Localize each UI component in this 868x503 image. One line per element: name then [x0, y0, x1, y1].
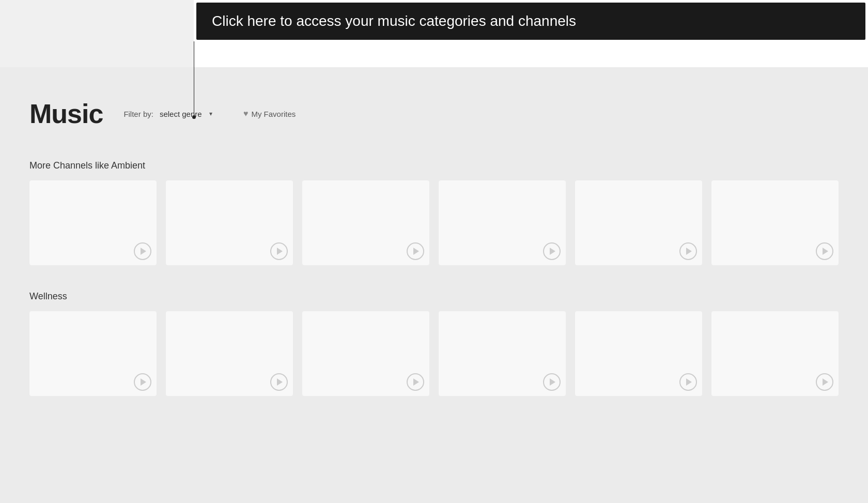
wellness-section: Wellness — [29, 291, 839, 396]
play-icon-4 — [550, 248, 555, 255]
tooltip-text: Click here to access your music categori… — [212, 13, 576, 29]
favorites-label: My Favorites — [251, 110, 296, 118]
tooltip-dot — [192, 115, 196, 119]
genre-select[interactable]: select genreAmbientClassicalJazzPopRockE… — [160, 110, 212, 118]
card-11[interactable] — [575, 311, 702, 396]
card-5[interactable] — [575, 180, 702, 265]
tooltip-line — [194, 41, 194, 118]
card-4[interactable] — [439, 180, 566, 265]
play-button-7[interactable] — [134, 373, 151, 391]
favorites-area[interactable]: ♥ My Favorites — [243, 109, 296, 118]
play-icon-10 — [550, 378, 555, 386]
ambient-section-title: More Channels like Ambient — [29, 160, 839, 171]
heart-icon: ♥ — [243, 109, 249, 118]
play-button-6[interactable] — [816, 242, 833, 260]
genre-select-wrapper[interactable]: select genreAmbientClassicalJazzPopRockE… — [160, 110, 212, 118]
play-button-9[interactable] — [407, 373, 424, 391]
play-button-4[interactable] — [543, 242, 561, 260]
play-icon-9 — [413, 378, 419, 386]
ambient-section: More Channels like Ambient — [29, 160, 839, 265]
card-9[interactable] — [302, 311, 429, 396]
play-icon-7 — [141, 378, 146, 386]
main-content: Music Filter by: select genreAmbientClas… — [0, 67, 868, 503]
ambient-cards-grid — [29, 180, 839, 265]
play-button-8[interactable] — [270, 373, 288, 391]
filter-label: Filter by: — [123, 110, 153, 118]
play-icon-3 — [413, 248, 419, 255]
play-icon-2 — [277, 248, 283, 255]
card-12[interactable] — [711, 311, 839, 396]
card-10[interactable] — [439, 311, 566, 396]
card-8[interactable] — [166, 311, 293, 396]
card-7[interactable] — [29, 311, 157, 396]
play-button-11[interactable] — [679, 373, 697, 391]
play-icon-6 — [823, 248, 828, 255]
play-icon-5 — [686, 248, 692, 255]
play-button-10[interactable] — [543, 373, 561, 391]
play-icon-1 — [141, 248, 146, 255]
tooltip-area: Click here to access your music categori… — [194, 0, 868, 67]
play-icon-8 — [277, 378, 283, 386]
play-icon-11 — [686, 378, 692, 386]
card-2[interactable] — [166, 180, 293, 265]
play-button-2[interactable] — [270, 242, 288, 260]
card-1[interactable] — [29, 180, 157, 265]
wellness-section-title: Wellness — [29, 291, 839, 302]
page-title: Music — [29, 98, 103, 129]
tooltip-box[interactable]: Click here to access your music categori… — [196, 3, 865, 40]
filter-area: Filter by: select genreAmbientClassicalJ… — [123, 110, 212, 118]
card-3[interactable] — [302, 180, 429, 265]
card-6[interactable] — [711, 180, 839, 265]
play-button-1[interactable] — [134, 242, 151, 260]
wellness-cards-grid — [29, 311, 839, 396]
play-button-3[interactable] — [407, 242, 424, 260]
play-button-5[interactable] — [679, 242, 697, 260]
play-button-12[interactable] — [816, 373, 833, 391]
play-icon-12 — [823, 378, 828, 386]
header-row: Music Filter by: select genreAmbientClas… — [29, 98, 839, 129]
